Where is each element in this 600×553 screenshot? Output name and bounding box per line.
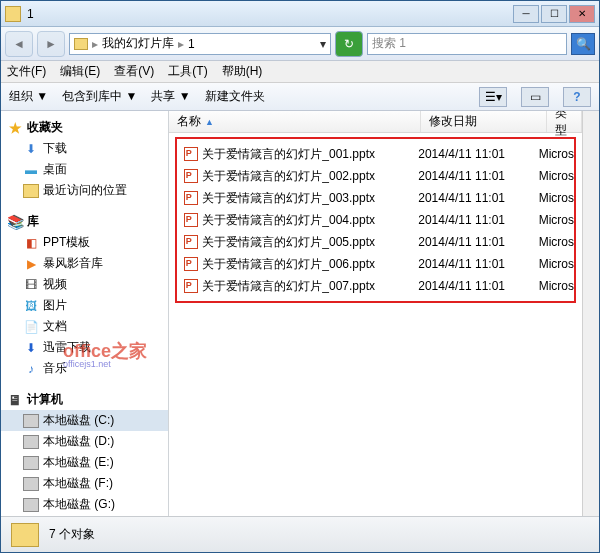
file-list-pane: 名称▲ 修改日期 类型 关于爱情箴言的幻灯片_001.pptx2014/4/11… bbox=[169, 111, 582, 516]
pptx-icon bbox=[183, 256, 198, 272]
sidebar-item-lib[interactable]: ◧PPT模板 bbox=[1, 232, 168, 253]
file-type: Micros bbox=[539, 147, 574, 161]
menu-file[interactable]: 文件(F) bbox=[7, 63, 46, 80]
window-title: 1 bbox=[27, 7, 513, 21]
include-button[interactable]: 包含到库中 ▼ bbox=[62, 88, 137, 105]
pptx-icon bbox=[183, 234, 198, 250]
folder-icon bbox=[11, 523, 39, 547]
sidebar-item-desktop[interactable]: ▬桌面 bbox=[1, 159, 168, 180]
sidebar-item-music[interactable]: ♪音乐 bbox=[1, 358, 168, 379]
organize-button[interactable]: 组织 ▼ bbox=[9, 88, 48, 105]
preview-pane-button[interactable]: ▭ bbox=[521, 87, 549, 107]
refresh-button[interactable]: ↻ bbox=[335, 31, 363, 57]
column-type[interactable]: 类型 bbox=[547, 111, 582, 132]
search-input[interactable]: 搜索 1 bbox=[367, 33, 567, 55]
sidebar-item-pictures[interactable]: 🖼图片 bbox=[1, 295, 168, 316]
address-bar[interactable]: ▸ 我的幻灯片库 ▸ 1 ▾ bbox=[69, 33, 331, 55]
file-date: 2014/4/11 11:01 bbox=[418, 213, 538, 227]
dropdown-icon[interactable]: ▾ bbox=[320, 37, 326, 51]
file-name: 关于爱情箴言的幻灯片_001.pptx bbox=[202, 146, 418, 163]
file-row[interactable]: 关于爱情箴言的幻灯片_005.pptx2014/4/11 11:01Micros bbox=[177, 231, 574, 253]
view-options-button[interactable]: ☰▾ bbox=[479, 87, 507, 107]
forward-button[interactable]: ► bbox=[37, 31, 65, 57]
file-type: Micros bbox=[539, 191, 574, 205]
file-type: Micros bbox=[539, 279, 574, 293]
libraries-header[interactable]: 📚库 bbox=[1, 211, 168, 232]
newfolder-button[interactable]: 新建文件夹 bbox=[205, 88, 265, 105]
pptx-icon bbox=[183, 168, 198, 184]
file-date: 2014/4/11 11:01 bbox=[418, 147, 538, 161]
file-row[interactable]: 关于爱情箴言的幻灯片_002.pptx2014/4/11 11:01Micros bbox=[177, 165, 574, 187]
status-bar: 7 个对象 bbox=[1, 516, 599, 552]
menu-edit[interactable]: 编辑(E) bbox=[60, 63, 100, 80]
column-date[interactable]: 修改日期 bbox=[421, 111, 547, 132]
file-row[interactable]: 关于爱情箴言的幻灯片_007.pptx2014/4/11 11:01Micros bbox=[177, 275, 574, 297]
pptx-icon bbox=[183, 190, 198, 206]
sidebar-item-downloads[interactable]: ⬇下载 bbox=[1, 138, 168, 159]
navigation-bar: ◄ ► ▸ 我的幻灯片库 ▸ 1 ▾ ↻ 搜索 1 🔍 bbox=[1, 27, 599, 61]
file-date: 2014/4/11 11:01 bbox=[418, 257, 538, 271]
sidebar-item-videos[interactable]: 🎞视频 bbox=[1, 274, 168, 295]
highlight-box: 关于爱情箴言的幻灯片_001.pptx2014/4/11 11:01Micros… bbox=[175, 137, 576, 303]
help-button[interactable]: ? bbox=[563, 87, 591, 107]
navigation-pane: ★收藏夹 ⬇下载 ▬桌面 最近访问的位置 📚库 ◧PPT模板 ▶暴风影音库 🎞视… bbox=[1, 111, 169, 516]
sidebar-item-recent[interactable]: 最近访问的位置 bbox=[1, 180, 168, 201]
column-name[interactable]: 名称▲ bbox=[169, 111, 421, 132]
breadcrumb-item[interactable]: 1 bbox=[188, 37, 195, 51]
file-row[interactable]: 关于爱情箴言的幻灯片_001.pptx2014/4/11 11:01Micros bbox=[177, 143, 574, 165]
menu-bar: 文件(F) 编辑(E) 查看(V) 工具(T) 帮助(H) bbox=[1, 61, 599, 83]
file-name: 关于爱情箴言的幻灯片_005.pptx bbox=[202, 234, 418, 251]
menu-view[interactable]: 查看(V) bbox=[114, 63, 154, 80]
file-type: Micros bbox=[539, 169, 574, 183]
sidebar-item-drive-d[interactable]: 本地磁盘 (D:) bbox=[1, 431, 168, 452]
file-type: Micros bbox=[539, 213, 574, 227]
toolbar: 组织 ▼ 包含到库中 ▼ 共享 ▼ 新建文件夹 ☰▾ ▭ ? bbox=[1, 83, 599, 111]
sidebar-item-lib[interactable]: ▶暴风影音库 bbox=[1, 253, 168, 274]
sidebar-item-documents[interactable]: 📄文档 bbox=[1, 316, 168, 337]
sidebar-item-drive-e[interactable]: 本地磁盘 (E:) bbox=[1, 452, 168, 473]
column-headers: 名称▲ 修改日期 类型 bbox=[169, 111, 582, 133]
folder-icon bbox=[74, 38, 88, 50]
sidebar-item-drive-g[interactable]: 本地磁盘 (G:) bbox=[1, 494, 168, 515]
file-row[interactable]: 关于爱情箴言的幻灯片_003.pptx2014/4/11 11:01Micros bbox=[177, 187, 574, 209]
minimize-button[interactable]: ─ bbox=[513, 5, 539, 23]
share-button[interactable]: 共享 ▼ bbox=[151, 88, 190, 105]
pptx-icon bbox=[183, 212, 198, 228]
titlebar[interactable]: 1 ─ ☐ ✕ bbox=[1, 1, 599, 27]
scrollbar[interactable] bbox=[582, 111, 599, 516]
file-date: 2014/4/11 11:01 bbox=[418, 235, 538, 249]
file-type: Micros bbox=[539, 235, 574, 249]
file-name: 关于爱情箴言的幻灯片_004.pptx bbox=[202, 212, 418, 229]
favorites-header[interactable]: ★收藏夹 bbox=[1, 117, 168, 138]
file-date: 2014/4/11 11:01 bbox=[418, 191, 538, 205]
file-name: 关于爱情箴言的幻灯片_006.pptx bbox=[202, 256, 418, 273]
back-button[interactable]: ◄ bbox=[5, 31, 33, 57]
pptx-icon bbox=[183, 146, 198, 162]
folder-icon bbox=[5, 6, 21, 22]
status-text: 7 个对象 bbox=[49, 526, 95, 543]
sort-icon: ▲ bbox=[205, 117, 214, 127]
file-date: 2014/4/11 11:01 bbox=[418, 169, 538, 183]
file-name: 关于爱情箴言的幻灯片_003.pptx bbox=[202, 190, 418, 207]
breadcrumb-item[interactable]: 我的幻灯片库 bbox=[102, 35, 174, 52]
file-type: Micros bbox=[539, 257, 574, 271]
menu-tools[interactable]: 工具(T) bbox=[168, 63, 207, 80]
pptx-icon bbox=[183, 278, 198, 294]
close-button[interactable]: ✕ bbox=[569, 5, 595, 23]
sidebar-item-drive-f[interactable]: 本地磁盘 (F:) bbox=[1, 473, 168, 494]
maximize-button[interactable]: ☐ bbox=[541, 5, 567, 23]
menu-help[interactable]: 帮助(H) bbox=[222, 63, 263, 80]
file-name: 关于爱情箴言的幻灯片_007.pptx bbox=[202, 278, 418, 295]
file-row[interactable]: 关于爱情箴言的幻灯片_004.pptx2014/4/11 11:01Micros bbox=[177, 209, 574, 231]
file-row[interactable]: 关于爱情箴言的幻灯片_006.pptx2014/4/11 11:01Micros bbox=[177, 253, 574, 275]
file-date: 2014/4/11 11:01 bbox=[418, 279, 538, 293]
sidebar-item-drive-c[interactable]: 本地磁盘 (C:) bbox=[1, 410, 168, 431]
explorer-window: 1 ─ ☐ ✕ ◄ ► ▸ 我的幻灯片库 ▸ 1 ▾ ↻ 搜索 1 🔍 文件(F… bbox=[0, 0, 600, 553]
computer-header[interactable]: 🖥计算机 bbox=[1, 389, 168, 410]
search-button[interactable]: 🔍 bbox=[571, 33, 595, 55]
sidebar-item-lib[interactable]: ⬇迅雷下载 bbox=[1, 337, 168, 358]
file-name: 关于爱情箴言的幻灯片_002.pptx bbox=[202, 168, 418, 185]
